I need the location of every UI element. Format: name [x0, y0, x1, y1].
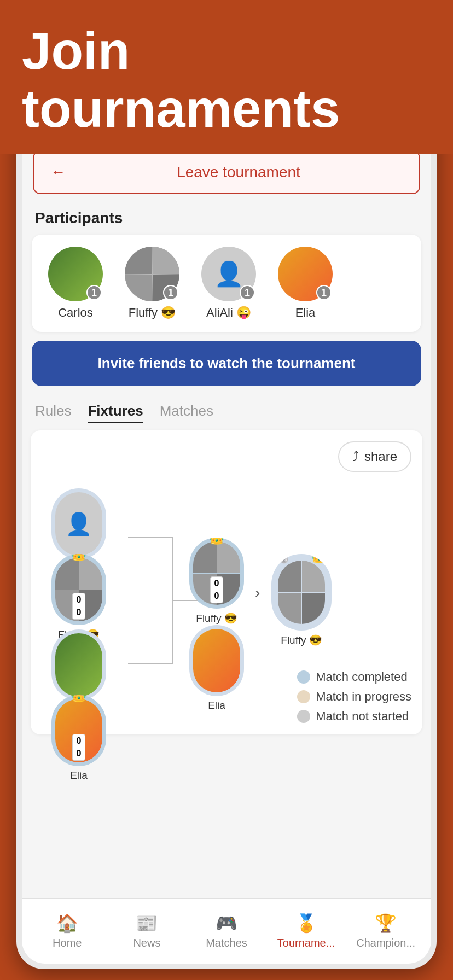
winner-label: Fluffy 😎	[281, 634, 322, 646]
final-elia-label: Elia	[208, 699, 225, 711]
matches-label: Matches	[206, 937, 247, 949]
medal-icon: 🥈	[276, 554, 292, 564]
legend-dot-inprogress	[297, 690, 310, 703]
champion-icon: 🏆	[375, 913, 397, 934]
bottom-nav: 🏠 Home 📰 News 🎮 Matches 🏅 Tourname... 🏆 …	[22, 898, 431, 964]
fixtures-header: ⤴ share	[42, 441, 411, 472]
champion-label: Champion...	[356, 937, 415, 949]
share-label: share	[364, 449, 397, 464]
tournament-icon: 🏅	[295, 913, 317, 934]
nav-tab-champion[interactable]: 🏆 Champion...	[346, 913, 426, 949]
share-icon: ⤴	[352, 449, 359, 464]
winner-slot: 🥈 👑 Fluffy 😎	[271, 554, 332, 646]
mosaic-cell-3	[125, 275, 152, 302]
fluffy-name: Fluffy 😎	[129, 306, 176, 320]
wmc2	[302, 561, 326, 592]
legend-completed: Match completed	[297, 670, 411, 684]
tournament-label: Tourname...	[277, 937, 335, 949]
fixtures-card: ⤴ share	[31, 430, 422, 734]
badge-aliali: 1	[240, 285, 255, 300]
main-content: ← Leave tournament Participants 1 Carlos	[22, 141, 431, 902]
tab-matches[interactable]: Matches	[160, 402, 213, 423]
matches-icon: 🎮	[216, 913, 237, 934]
participant-carlos: 1 Carlos	[43, 247, 108, 320]
elia-name: Elia	[295, 306, 316, 320]
r1-aliali-avatar: 👤	[55, 492, 102, 556]
final-elia-oval	[189, 625, 244, 696]
winner-crown-icon: 👑	[311, 554, 327, 564]
legend-inprogress: Match in progress	[297, 690, 411, 704]
r1-elia-slot: 👑 00 Elia	[51, 695, 106, 781]
phone-inner: 5:55 📶 Jeu Chimie	[22, 82, 431, 964]
back-arrow-icon: ←	[50, 164, 66, 181]
winner-mosaic	[278, 561, 325, 624]
r1-fluffy-slot: 👑 00 Fluffy 😎	[51, 554, 106, 641]
aliali-name: AliAli 😜	[206, 306, 251, 320]
r1-fluffy-oval: 👑 00	[51, 554, 106, 625]
fixtures-tabs: Rules Fixtures Matches	[22, 397, 431, 430]
page-header: Join tournaments	[0, 0, 453, 154]
legend-dot-completed	[297, 670, 310, 684]
participant-fluffy: 1 Fluffy 😎	[119, 247, 185, 320]
legend-text-completed: Match completed	[316, 670, 408, 684]
phone-frame: 5:55 📶 Jeu Chimie	[16, 77, 437, 969]
participants-card: 1 Carlos	[32, 235, 421, 332]
final-fluffy-label: Fluffy 😎	[196, 612, 237, 625]
tab-rules[interactable]: Rules	[35, 402, 71, 423]
avatar-container-elia: 1	[278, 247, 333, 301]
r1-match1-score: 00	[72, 593, 86, 620]
mc1	[55, 558, 79, 590]
nav-tab-home[interactable]: 🏠 Home	[27, 913, 107, 949]
bracket-area: 👤 AliAli 😜 👑	[42, 483, 411, 724]
participant-elia: 1 Elia	[272, 247, 338, 320]
r1-fluffy-crown-icon: 👑	[71, 554, 87, 562]
avatar-container-fluffy: 1	[125, 247, 179, 301]
legend-dot-notstarted	[297, 710, 310, 723]
mc2	[79, 558, 103, 590]
final-score: 00	[210, 576, 224, 603]
r1-elia-oval: 👑 00	[51, 695, 106, 766]
avatar-container-aliali: 👤 1	[201, 247, 256, 301]
wmc4	[302, 593, 326, 625]
fmc1	[193, 541, 217, 573]
leave-tournament-label: Leave tournament	[74, 164, 403, 181]
r1-elia-crown-icon: 👑	[71, 695, 87, 703]
invite-friends-button[interactable]: Invite friends to watch the tournament	[32, 341, 421, 386]
legend-text-inprogress: Match in progress	[316, 690, 411, 704]
bracket-legend: Match completed Match in progress Match …	[297, 670, 411, 724]
wmc3	[278, 593, 301, 625]
home-label: Home	[53, 937, 82, 949]
invite-friends-label: Invite friends to watch the tournament	[98, 355, 356, 371]
nav-tab-tournament[interactable]: 🏅 Tourname...	[266, 913, 346, 949]
badge-carlos: 1	[86, 285, 102, 300]
final-oval: 👑 00	[189, 538, 244, 609]
winner-oval: 🥈 👑	[271, 554, 332, 631]
participant-aliali: 👤 1 AliAli 😜	[196, 247, 262, 320]
page-title: Join tournaments	[22, 22, 431, 137]
avatar-container-carlos: 1	[48, 247, 103, 301]
winner-avatar	[278, 561, 325, 624]
legend-notstarted: Match not started	[297, 709, 411, 724]
news-label: News	[133, 937, 160, 949]
badge-fluffy: 1	[163, 285, 178, 300]
participants-section-label: Participants	[22, 204, 431, 235]
carlos-name: Carlos	[58, 306, 93, 320]
home-icon: 🏠	[56, 913, 78, 934]
nav-tab-news[interactable]: 📰 News	[107, 913, 187, 949]
mosaic-cell-1	[125, 247, 152, 274]
r1-elia-name: Elia	[70, 769, 88, 781]
wmc1	[278, 561, 301, 592]
share-button[interactable]: ⤴ share	[338, 441, 411, 472]
news-icon: 📰	[136, 913, 158, 934]
r1-match2-score: 00	[72, 734, 86, 761]
badge-elia: 1	[316, 285, 332, 300]
legend-text-notstarted: Match not started	[316, 709, 409, 724]
final-elia-slot: Elia	[189, 625, 244, 711]
leave-tournament-button[interactable]: ← Leave tournament	[33, 150, 420, 194]
final-elia-avatar	[193, 629, 240, 692]
fmc2	[217, 541, 241, 573]
r1-carlos-avatar	[55, 633, 102, 697]
mosaic-cell-2	[153, 247, 180, 274]
nav-tab-matches[interactable]: 🎮 Matches	[187, 913, 266, 949]
tab-fixtures[interactable]: Fixtures	[88, 402, 143, 423]
